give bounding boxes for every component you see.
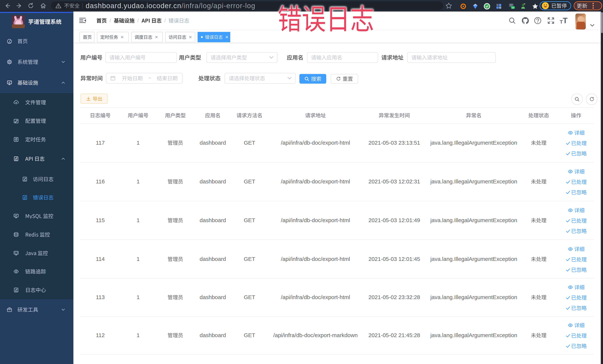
svg-text:on: on [512, 7, 514, 9]
